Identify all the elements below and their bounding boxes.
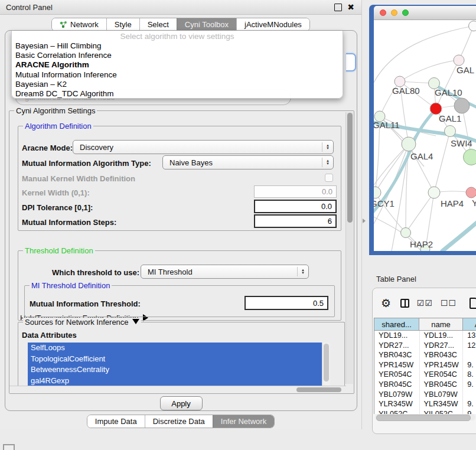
table-horizontal-scrollbar[interactable] bbox=[375, 414, 475, 420]
document-icon[interactable] bbox=[470, 298, 476, 309]
settings-hscrollbar-thumb[interactable] bbox=[296, 387, 341, 392]
table-hscrollbar-thumb[interactable] bbox=[376, 415, 471, 421]
tab-jactivemnodules[interactable]: jActiveMNodules bbox=[236, 18, 309, 31]
table-toolbar: ⚙ ☑☑ ☐☐ bbox=[373, 294, 476, 312]
table-row[interactable]: YBL079WYBL079W bbox=[374, 390, 476, 400]
node-label: GAL11 bbox=[374, 120, 400, 130]
dpi-tolerance-field[interactable]: 0.0 bbox=[254, 200, 337, 213]
float-window-icon[interactable] bbox=[334, 4, 342, 11]
tab-cyni-toolbox[interactable]: Cyni Toolbox bbox=[177, 18, 236, 31]
tab-style[interactable]: Style bbox=[106, 18, 139, 31]
tab-network-label: Network bbox=[70, 20, 99, 29]
node-label: HAP4 bbox=[441, 198, 464, 208]
collapse-down-icon bbox=[132, 319, 139, 324]
aracne-mode-combobox[interactable]: Discovery ▲▼ bbox=[73, 140, 334, 154]
zoom-traffic-light[interactable] bbox=[402, 9, 409, 16]
tab-select[interactable]: Select bbox=[139, 18, 177, 31]
apply-button[interactable]: Apply bbox=[160, 396, 203, 410]
tab-network[interactable]: Network bbox=[52, 18, 106, 31]
close-traffic-light[interactable] bbox=[380, 9, 386, 16]
splitter-handle-icon[interactable] bbox=[363, 219, 366, 223]
which-threshold-value: MI Threshold bbox=[148, 268, 297, 276]
attribute-item-selected[interactable]: gal4RGexp bbox=[28, 376, 322, 387]
node-table: shared... name A YDL19...YDL19...13 YDR2… bbox=[374, 318, 476, 414]
dropdown-item[interactable]: Bayesian – K2 bbox=[12, 80, 343, 89]
settings-scrollbar-thumb[interactable] bbox=[347, 113, 353, 223]
table-row[interactable]: YLR345WYLR345W9. bbox=[374, 399, 476, 409]
attribute-list-scrollbar[interactable] bbox=[322, 343, 330, 386]
dropdown-item[interactable]: Dream8 DC_TDC Algorithm bbox=[12, 89, 343, 99]
settings-group-title: Cyni Algorithm Settings bbox=[14, 106, 97, 115]
settings-vertical-scrollbar[interactable] bbox=[345, 112, 353, 384]
network-window-titlebar[interactable] bbox=[374, 6, 476, 20]
table-row[interactable]: YBR043CYBR043C bbox=[374, 350, 476, 360]
tab-discretize-data[interactable]: Discretize Data bbox=[145, 415, 213, 428]
minimize-traffic-light[interactable] bbox=[391, 9, 397, 16]
tab-infer-network[interactable]: Infer Network bbox=[213, 415, 274, 428]
algorithm-combobox-edge[interactable] bbox=[346, 53, 356, 71]
close-icon[interactable]: ✖ bbox=[347, 4, 354, 11]
table-body: YDL19...YDL19...13 YDR27...YDR27...12 YB… bbox=[374, 331, 476, 414]
select-all-checkboxes-icon[interactable]: ☑☑ bbox=[417, 298, 433, 308]
minimized-panel-icon[interactable] bbox=[3, 444, 15, 450]
kernel-width-value: 0.0 bbox=[322, 187, 332, 196]
mi-threshold-group: MI Threshold Definition Mutual Informati… bbox=[24, 285, 335, 317]
attribute-item-selected[interactable]: BetweennessCentrality bbox=[28, 364, 322, 376]
node-gcy1[interactable] bbox=[374, 187, 381, 198]
column-header-name[interactable]: name bbox=[419, 318, 463, 331]
table-row[interactable]: YPR145WYPR145W9. bbox=[374, 360, 476, 370]
attribute-item-selected[interactable]: SelfLoops bbox=[28, 343, 322, 354]
tab-impute-data[interactable]: Impute Data bbox=[87, 415, 145, 428]
dropdown-item[interactable]: Mutual Information Inference bbox=[12, 70, 343, 80]
columns-icon[interactable] bbox=[400, 299, 409, 308]
gear-icon[interactable]: ⚙ bbox=[381, 296, 391, 310]
node[interactable] bbox=[466, 187, 476, 198]
settings-horizontal-scrollbar[interactable] bbox=[9, 386, 346, 393]
network-view-window: GAL GAL80 GAL10 GAL1 GAL11 SWI4 GAL4 GCY… bbox=[369, 5, 476, 255]
threshold-definition-group: Threshold Definition Which threshold to … bbox=[18, 250, 341, 321]
node-label: GCY1 bbox=[374, 198, 395, 208]
table-row[interactable]: YBR045CYBR045C9. bbox=[374, 380, 476, 390]
network-canvas[interactable]: GAL GAL80 GAL10 GAL1 GAL11 SWI4 GAL4 GCY… bbox=[374, 20, 476, 251]
node-label: GAL1 bbox=[439, 113, 461, 123]
dropdown-item[interactable]: Bayesian – Hill Climbing bbox=[12, 41, 343, 51]
node-gal4[interactable] bbox=[402, 137, 416, 151]
dropdown-item[interactable]: Basic Correlation Inference bbox=[12, 51, 343, 60]
algorithm-definition-title: Algorithm Definition bbox=[23, 122, 93, 131]
table-row[interactable]: YIL052CYIL052C9 bbox=[374, 409, 476, 414]
algorithm-definition-group: Algorithm Definition Aracne Mode: Discov… bbox=[18, 126, 341, 231]
node[interactable] bbox=[454, 98, 470, 113]
dropdown-item-aracne[interactable]: ARACNE Algorithm bbox=[12, 60, 343, 70]
mi-steps-field[interactable]: 6 bbox=[254, 214, 337, 228]
node-swi4[interactable] bbox=[445, 126, 456, 137]
mi-type-combobox[interactable]: Naive Bayes ▲▼ bbox=[162, 155, 334, 169]
node[interactable] bbox=[469, 21, 476, 31]
node-label: GAL10 bbox=[435, 87, 462, 97]
mi-threshold-field[interactable]: 0.5 bbox=[244, 296, 328, 310]
cyni-toolbox-panel: gal-filtered sif default node Select alg… bbox=[5, 30, 357, 411]
table-header-row: shared... name A bbox=[374, 318, 476, 331]
node-gal1[interactable] bbox=[430, 103, 442, 115]
which-threshold-combobox[interactable]: MI Threshold ▲▼ bbox=[141, 265, 309, 279]
table-row[interactable]: YDL19...YDL19...13 bbox=[374, 331, 476, 341]
deselect-all-checkboxes-icon[interactable]: ☐☐ bbox=[441, 298, 457, 308]
table-row[interactable]: YER054CYER054C8. bbox=[374, 370, 476, 380]
node[interactable] bbox=[454, 55, 464, 66]
table-row[interactable]: YDR27...YDR27...12 bbox=[374, 341, 476, 351]
sources-group-title[interactable]: Sources for Network Inference bbox=[23, 318, 141, 327]
stepper-arrows-icon: ▲▼ bbox=[322, 158, 333, 167]
node-label: GAL bbox=[457, 65, 474, 75]
kernel-width-field[interactable]: 0.0 bbox=[254, 185, 337, 198]
column-header-partial[interactable]: A bbox=[463, 318, 476, 331]
control-panel-titlebar: Control Panel ✖ bbox=[0, 0, 361, 15]
aracne-mode-label: Aracne Mode: bbox=[22, 144, 73, 152]
aracne-mode-value: Discovery bbox=[80, 143, 322, 152]
manual-kernel-checkbox[interactable] bbox=[325, 174, 333, 182]
column-header-shared[interactable]: shared... bbox=[374, 318, 419, 331]
node-hap4[interactable] bbox=[428, 187, 440, 198]
attribute-item-selected[interactable]: TopologicalCoefficient bbox=[28, 354, 322, 365]
control-panel-tabbar: Network Style Select Cyni Toolbox jActiv… bbox=[0, 18, 361, 31]
node-hap2[interactable] bbox=[401, 228, 411, 238]
data-attributes-list: SelfLoops TopologicalCoefficient Between… bbox=[28, 343, 330, 386]
node[interactable] bbox=[464, 149, 476, 165]
